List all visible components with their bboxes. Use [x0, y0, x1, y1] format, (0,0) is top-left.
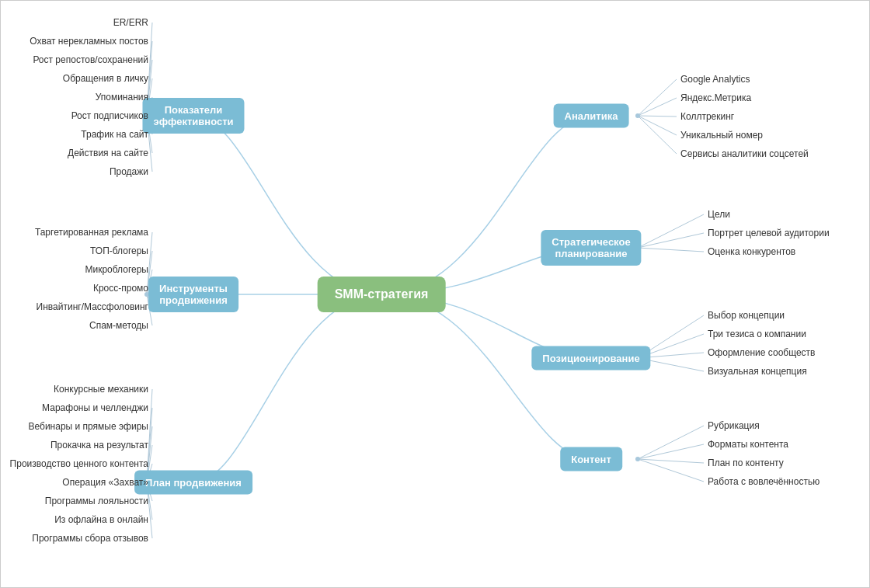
leaf-label: ER/ERR — [113, 17, 148, 28]
leaf-label: Яндекс.Метрика — [680, 92, 751, 103]
leaf-label: Конкурсные механики — [54, 384, 148, 395]
leaf-label: Сервисы аналитики соцсетей — [680, 148, 809, 159]
branch-node-instrumenty: Инструменты продвижения — [148, 277, 238, 312]
leaf-label: Рубрикация — [708, 420, 760, 431]
svg-point-3 — [635, 113, 640, 118]
leaf-label: Программы лояльности — [45, 496, 148, 506]
svg-point-6 — [635, 457, 640, 461]
branch-node-plan: План продвижения — [134, 471, 252, 495]
leaf-label: Цели — [708, 209, 730, 220]
branch-node-analitika: Аналитика — [554, 104, 629, 128]
leaf-label: Выбор концепции — [708, 310, 785, 321]
leaf-label: Коллтрекинг — [680, 111, 734, 122]
leaf-label: Операция «Захват» — [62, 477, 148, 488]
leaf-label: Инвайтинг/Массфоловинг — [37, 301, 148, 312]
leaf-label: Портрет целевой аудитории — [708, 228, 830, 238]
branch-node-kontent: Контент — [560, 447, 622, 471]
leaf-label: Упоминания — [96, 92, 148, 103]
leaf-label: Обращения в личку — [63, 73, 148, 84]
leaf-label: Оформление сообществ — [708, 347, 815, 358]
leaf-label: Из офлайна в онлайн — [54, 514, 148, 525]
leaf-label: Уникальный номер — [680, 130, 763, 141]
leaf-label: Таргетированная реклама — [35, 227, 148, 238]
leaf-label: Google Analytics — [680, 74, 750, 85]
leaf-label: Оценка конкурентов — [708, 246, 795, 257]
leaf-label: Микроблогеры — [85, 264, 148, 275]
leaf-label: Программы сбора отзывов — [32, 533, 148, 544]
leaf-label: Форматы контента — [708, 439, 788, 450]
leaf-label: Рост подписчиков — [71, 110, 148, 121]
leaf-label: Продажи — [110, 166, 148, 177]
leaf-label: Работа с вовлечённостью — [708, 476, 820, 487]
leaf-label: Трафик на сайт — [81, 129, 148, 140]
mindmap: SMM-стратегияПоказатели эффективностиER/… — [1, 1, 870, 588]
leaf-label: ТОП-блогеры — [90, 245, 148, 256]
leaf-label: Производство ценного контента — [10, 458, 148, 469]
leaf-label: Марафоны и челленджи — [42, 402, 148, 413]
leaf-label: План по контенту — [708, 458, 784, 468]
leaf-label: Визуальная концепция — [708, 366, 807, 377]
branch-node-strategicheskoe: Стратегическое планирование — [541, 230, 641, 266]
leaf-label: Вебинары и прямые эфиры — [28, 421, 148, 432]
leaf-label: Прокачка на результат — [50, 440, 148, 451]
leaf-label: Три тезиса о компании — [708, 329, 806, 339]
leaf-label: Спам-методы — [89, 320, 148, 331]
branch-node-pokazateli: Показатели эффективности — [142, 98, 244, 134]
center-node: SMM-стратегия — [318, 277, 446, 312]
leaf-label: Кросс-промо — [93, 283, 148, 294]
leaf-label: Охват нерекламных постов — [30, 36, 148, 47]
branch-node-pozicionirovanie: Позиционирование — [531, 346, 650, 371]
leaf-label: Рост репостов/сохранений — [33, 54, 148, 65]
leaf-label: Действия на сайте — [68, 148, 148, 158]
